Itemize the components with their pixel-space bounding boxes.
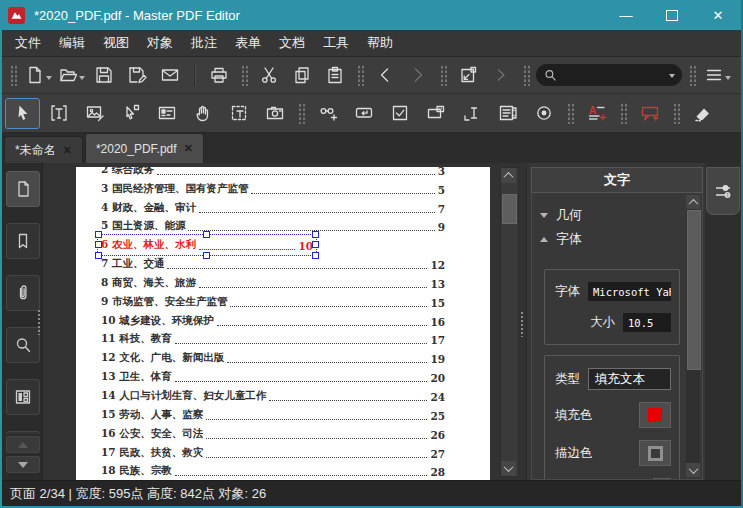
menu-item-document[interactable]: 文档 xyxy=(270,30,314,56)
copy-button[interactable] xyxy=(287,62,317,88)
scrollbar-down-button[interactable] xyxy=(501,461,516,476)
eraser-tool-button[interactable] xyxy=(686,99,719,128)
scrollbar-up-button[interactable] xyxy=(501,168,516,183)
selection-handle-tc[interactable] xyxy=(203,231,210,238)
panel-scroll-up-button[interactable] xyxy=(686,195,700,209)
font-family-input[interactable]: Microsoft YaHei xyxy=(588,282,671,301)
sidebar-bookmarks-button[interactable] xyxy=(6,223,40,259)
print-button[interactable] xyxy=(204,62,234,88)
hand-tool-button[interactable] xyxy=(186,99,219,128)
selection-handle-tl[interactable] xyxy=(95,231,102,238)
save-button[interactable] xyxy=(89,62,119,88)
snapshot-tool-button[interactable] xyxy=(258,99,291,128)
sidebar-splitter-handle[interactable] xyxy=(37,309,42,335)
toolbar-drag-handle[interactable] xyxy=(439,64,447,86)
tab-close-icon[interactable]: ✕ xyxy=(63,144,72,157)
toc-row[interactable]: 11 科技、教育17 xyxy=(101,330,445,349)
toolbar-drag-handle[interactable] xyxy=(688,64,696,86)
toolbar-drag-handle[interactable] xyxy=(240,64,248,86)
toolbar-drag-handle[interactable] xyxy=(566,102,574,124)
previous-view-button[interactable] xyxy=(370,62,400,88)
stroke-color-button[interactable] xyxy=(639,440,671,466)
toc-row[interactable]: 18 民族、宗教28 xyxy=(101,462,445,481)
toc-row[interactable]: 10 城乡建设、环境保护16 xyxy=(101,311,445,330)
send-email-button[interactable] xyxy=(155,62,185,88)
fit-selection-button[interactable] xyxy=(453,62,483,88)
toc-row[interactable]: 4 财政、金融、审计7 xyxy=(101,198,445,217)
sidebar-page-thumbnails-button[interactable] xyxy=(6,171,40,207)
toc-row[interactable]: 12 文化、广电、新闻出版19 xyxy=(101,348,445,367)
text-annotation-tool-button[interactable]: A xyxy=(580,99,613,128)
close-button[interactable]: ✕ xyxy=(695,0,741,30)
toc-row[interactable]: 3 国民经济管理、国有资产监管5 xyxy=(101,179,445,198)
toc-row[interactable]: 17 民政、扶贫、救灾27 xyxy=(101,443,445,462)
edit-text-tool-button[interactable] xyxy=(42,99,75,128)
sidebar-layers-button[interactable] xyxy=(6,379,40,415)
search-box[interactable] xyxy=(536,64,682,86)
radiobutton-field-tool-button[interactable] xyxy=(527,99,560,128)
toc-row[interactable]: 9 市场监管、安全生产监管15 xyxy=(101,292,445,311)
dropdown-caret-icon[interactable] xyxy=(725,76,731,83)
selected-text-object[interactable]: 6 农业、林业、水利10 xyxy=(101,238,313,252)
tab-2020-pdf[interactable]: *2020_PDF.pdf ✕ xyxy=(85,133,204,163)
cut-button[interactable] xyxy=(254,62,284,88)
menu-item-file[interactable]: 文件 xyxy=(6,30,50,56)
toc-row[interactable]: 15 劳动、人事、监察25 xyxy=(101,405,445,424)
menu-item-comment[interactable]: 批注 xyxy=(182,30,226,56)
font-size-input[interactable]: 10.5 xyxy=(623,313,671,332)
sidebar-scroll-down-button[interactable] xyxy=(6,456,40,473)
text-field-tool-button[interactable] xyxy=(455,99,488,128)
sidebar-search-document-button[interactable] xyxy=(6,327,40,363)
toolbar-drag-handle[interactable] xyxy=(619,102,627,124)
edit-image-tool-button[interactable] xyxy=(78,99,111,128)
properties-panel-tab[interactable] xyxy=(706,167,740,215)
menu-item-view[interactable]: 视图 xyxy=(94,30,138,56)
section-geometry[interactable]: 几何 xyxy=(540,203,680,227)
pdf-page[interactable]: 2 综合政务33 国民经济管理、国有资产监管54 财政、金融、审计75 国土资源… xyxy=(76,167,490,480)
link-tool-button[interactable] xyxy=(311,99,344,128)
tab-close-icon[interactable]: ✕ xyxy=(184,142,193,155)
toc-row[interactable]: 8 商贸、海关、旅游13 xyxy=(101,273,445,292)
select-tool-button[interactable] xyxy=(6,99,39,128)
toc-row[interactable]: 16 公安、安全、司法26 xyxy=(101,424,445,443)
open-file-button[interactable] xyxy=(56,62,86,88)
menu-item-edit[interactable]: 编辑 xyxy=(50,30,94,56)
panel-scrollbar[interactable] xyxy=(686,195,700,477)
search-input[interactable] xyxy=(562,67,668,83)
toolbar-drag-handle[interactable] xyxy=(356,64,364,86)
dropdown-caret-icon[interactable] xyxy=(46,76,52,83)
checkbox-field-tool-button[interactable] xyxy=(383,99,416,128)
dropdown-caret-icon[interactable] xyxy=(79,76,85,83)
maximize-button[interactable] xyxy=(649,0,695,30)
panel-splitter-handle[interactable] xyxy=(520,311,525,337)
edit-forms-tool-button[interactable] xyxy=(150,99,183,128)
sidebar-attachments-button[interactable] xyxy=(6,275,40,311)
selection-handle-br[interactable] xyxy=(312,252,319,259)
toolbar-drag-handle[interactable] xyxy=(9,64,17,86)
selection-handle-bc[interactable] xyxy=(203,252,210,259)
panel-scrollbar-thumb[interactable] xyxy=(687,210,701,370)
combobox-field-tool-button[interactable] xyxy=(419,99,452,128)
line-width-input[interactable]: 1 xyxy=(613,479,653,480)
scrollbar-thumb[interactable] xyxy=(502,194,517,224)
tab-untitled[interactable]: *未命名 ✕ xyxy=(4,136,83,163)
select-region-tool-button[interactable] xyxy=(222,99,255,128)
main-menu-button[interactable] xyxy=(702,62,732,88)
search-dropdown-caret[interactable] xyxy=(669,74,675,81)
minimize-button[interactable]: — xyxy=(603,0,649,30)
fill-color-button[interactable] xyxy=(639,402,671,428)
type-select[interactable]: 填充文本 xyxy=(588,368,671,390)
callout-annotation-tool-button[interactable] xyxy=(633,99,666,128)
toc-row[interactable]: 2 综合政务3 xyxy=(101,167,445,179)
menu-item-object[interactable]: 对象 xyxy=(138,30,182,56)
selection-handle-ml[interactable] xyxy=(95,241,102,248)
toolbar-drag-handle[interactable] xyxy=(522,64,530,86)
document-scrollbar[interactable] xyxy=(500,167,519,477)
selection-handle-mr[interactable] xyxy=(312,241,319,248)
toc-row[interactable]: 7 工业、交通12 xyxy=(101,254,445,273)
panel-scroll-down-button[interactable] xyxy=(686,463,700,477)
listbox-field-tool-button[interactable] xyxy=(491,99,524,128)
menu-item-help[interactable]: 帮助 xyxy=(358,30,402,56)
selection-handle-tr[interactable] xyxy=(312,231,319,238)
save-as-button[interactable] xyxy=(122,62,152,88)
